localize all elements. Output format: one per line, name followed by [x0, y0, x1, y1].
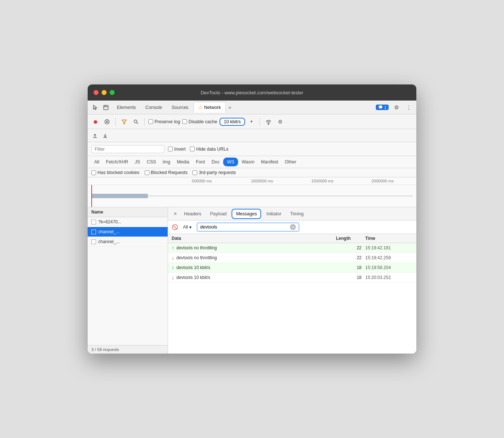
message-text-2: devtools 10 kbit/s — [176, 265, 210, 270]
messages-table: Data Length Time ↑ devtools no throttlin… — [168, 234, 416, 354]
tab-more-btn[interactable]: » — [226, 103, 233, 112]
timeline-container: 500000 ms 1000000 ms 1500000 ms 2000000 … — [88, 177, 416, 207]
record-button[interactable]: ⏺ — [91, 117, 100, 127]
throttle-dropdown[interactable]: ▾ — [247, 117, 256, 126]
timeline-label-2000k: 2000000 ms — [352, 179, 413, 183]
request-item-1[interactable]: channel_... — [88, 227, 168, 237]
chat-badge[interactable]: 💬 1 — [376, 105, 389, 110]
tab-elements[interactable]: Elements — [112, 103, 140, 112]
filter-media[interactable]: Media — [174, 158, 192, 166]
devtools-window: DevTools - www.piesocket.com/websocket-t… — [88, 84, 416, 354]
disable-cache-input[interactable] — [182, 119, 187, 124]
third-party-input[interactable] — [192, 170, 197, 175]
blocked-cookies-input[interactable] — [91, 170, 96, 175]
message-time-1: 15:19:42.259 — [365, 255, 413, 260]
wifi-icon[interactable] — [264, 117, 273, 127]
sent-arrow-icon-0: ↑ — [172, 245, 174, 251]
filter-other[interactable]: Other — [282, 158, 299, 166]
tab-timing[interactable]: Timing — [286, 209, 307, 218]
data-column-header: Data — [172, 236, 336, 241]
title-bar: DevTools - www.piesocket.com/websocket-t… — [88, 84, 416, 101]
filter-css[interactable]: CSS — [144, 158, 159, 166]
sent-arrow-icon-2: ↑ — [172, 265, 174, 271]
tab-initiator[interactable]: Initiator — [263, 209, 285, 218]
upload-icon[interactable] — [91, 131, 99, 140]
filter-icon[interactable] — [119, 117, 129, 127]
separator-3 — [260, 118, 260, 126]
invert-input[interactable] — [168, 147, 173, 151]
svg-line-8 — [137, 122, 138, 124]
invert-checkbox[interactable]: Invert — [168, 147, 186, 152]
badge-icon: 💬 — [378, 105, 383, 110]
tab-bar: Elements Console Sources ⚠ Network » 💬 1… — [88, 101, 416, 114]
settings-icon[interactable]: ⚙ — [392, 103, 401, 112]
message-text-3: devtools 10 kbit/s — [176, 275, 210, 280]
more-options-icon[interactable]: ⋮ — [404, 103, 413, 112]
timeline-label-spacer — [91, 179, 172, 183]
request-item-0[interactable]: ?k=62470... — [88, 217, 168, 227]
has-blocked-cookies-checkbox[interactable]: Has blocked cookies — [91, 170, 140, 175]
message-length-2: 18 — [336, 265, 365, 270]
disable-cache-checkbox[interactable]: Disable cache — [182, 119, 217, 124]
message-length-0: 22 — [336, 245, 365, 250]
tab-sources[interactable]: Sources — [167, 103, 193, 112]
received-arrow-icon-3: ↓ — [172, 275, 174, 280]
request-checkbox-0[interactable] — [91, 220, 96, 224]
filter-manifest[interactable]: Manifest — [258, 158, 281, 166]
traffic-lights — [93, 90, 115, 95]
gear-icon[interactable]: ⚙ — [275, 117, 285, 127]
tab-payload[interactable]: Payload — [206, 209, 230, 218]
filter-font[interactable]: Font — [193, 158, 208, 166]
type-filter-bar: All Fetch/XHR JS CSS Img Media Font Doc … — [88, 156, 416, 168]
badge-count: 1 — [384, 105, 386, 110]
blocked-requests-checkbox[interactable]: Blocked Requests — [145, 170, 188, 175]
tab-console[interactable]: Console — [141, 103, 167, 112]
filter-wasm[interactable]: Wasm — [239, 158, 257, 166]
preserve-log-checkbox[interactable]: Preserve log — [148, 119, 180, 124]
hide-data-urls-input[interactable] — [190, 147, 195, 151]
throttle-button[interactable]: 10 kbit/s — [219, 118, 245, 126]
message-row-2[interactable]: ↑ devtools 10 kbit/s 18 15:19:58.204 — [168, 263, 416, 273]
message-row-3[interactable]: ↓ devtools 10 kbit/s 18 15:20:03.252 — [168, 273, 416, 283]
preserve-log-input[interactable] — [148, 119, 153, 124]
third-party-checkbox[interactable]: 3rd-party requests — [192, 170, 236, 175]
request-item-2[interactable]: channel_... — [88, 237, 168, 247]
blocked-requests-input[interactable] — [145, 170, 149, 175]
timeline-bar-area[interactable] — [88, 185, 416, 207]
search-icon[interactable] — [131, 117, 141, 127]
message-type-dropdown[interactable]: All ▾ — [181, 224, 194, 231]
timeline-label-500k: 500000 ms — [172, 179, 232, 183]
message-search-box[interactable]: ✕ — [197, 223, 299, 231]
received-arrow-icon-1: ↓ — [172, 255, 174, 261]
message-search-input[interactable] — [200, 224, 290, 230]
request-checkbox-2[interactable] — [91, 239, 96, 244]
filter-fetch-xhr[interactable]: Fetch/XHR — [103, 158, 131, 166]
download-icon[interactable] — [101, 131, 110, 140]
message-row-1[interactable]: ↓ devtools no throttling 22 15:19:42.259 — [168, 253, 416, 263]
filter-doc[interactable]: Doc — [209, 158, 222, 166]
tab-network[interactable]: ⚠ Network — [194, 102, 226, 113]
close-button[interactable] — [93, 90, 99, 95]
message-row-0[interactable]: ↑ devtools no throttling 22 15:19:42.181 — [168, 243, 416, 253]
tab-messages[interactable]: Messages — [232, 209, 261, 219]
message-data-1: ↓ devtools no throttling — [172, 255, 336, 261]
minimize-button[interactable] — [102, 90, 107, 95]
filter-bar: Invert Hide data URLs — [88, 142, 416, 156]
maximize-button[interactable] — [110, 90, 115, 95]
close-detail-tab[interactable]: × — [172, 210, 179, 218]
filter-ws[interactable]: WS — [223, 158, 238, 166]
stop-button[interactable] — [102, 117, 112, 127]
inspect-icon[interactable] — [102, 103, 110, 112]
request-checkbox-1[interactable] — [91, 230, 96, 234]
filter-all[interactable]: All — [91, 158, 102, 166]
tab-headers[interactable]: Headers — [180, 209, 205, 218]
hide-data-urls-checkbox[interactable]: Hide data URLs — [190, 147, 228, 152]
message-search-clear[interactable]: ✕ — [290, 224, 296, 230]
timeline-red-marker — [91, 185, 92, 207]
filter-input[interactable] — [91, 145, 164, 153]
svg-point-7 — [134, 120, 137, 123]
filter-options: Invert Hide data URLs — [168, 147, 229, 152]
cursor-icon[interactable] — [91, 103, 99, 112]
filter-img[interactable]: Img — [160, 158, 173, 166]
filter-js[interactable]: JS — [132, 158, 143, 166]
